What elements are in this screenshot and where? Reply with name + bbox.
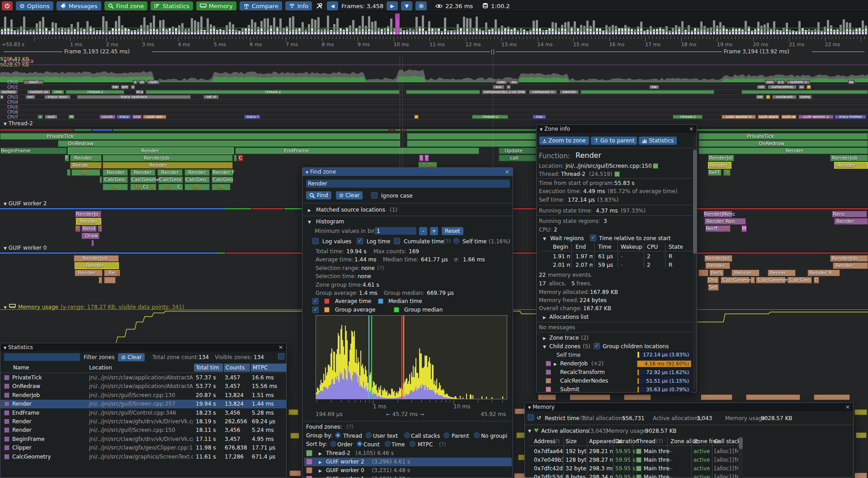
- timeline-zone[interactable]: [65, 155, 69, 161]
- stats-row-counts[interactable]: 3,456: [225, 427, 249, 433]
- next-frame-button[interactable]: ▶: [387, 1, 398, 10]
- memory-window[interactable]: ▼ Memory×↺Restrict time(?)Total allocati…: [524, 402, 854, 478]
- stats-row-mtpc[interactable]: 4.95 ms: [252, 436, 285, 442]
- legend-color-swatch[interactable]: [394, 307, 399, 312]
- timeline-zone[interactable]: [184, 169, 210, 176]
- cpu-zone-chip[interactable]: syst: [147, 80, 160, 84]
- stats-row-name[interactable]: BeginFrame: [12, 436, 87, 442]
- reset-button[interactable]: Reset: [442, 227, 463, 235]
- cpu-zone-chip[interactable]: Thre: [52, 90, 64, 94]
- timeline-zone[interactable]: [538, 394, 556, 400]
- timeline-zone[interactable]: [158, 176, 183, 183]
- cpu-zone-chip[interactable]: kworke: [560, 90, 579, 94]
- stats-row-name[interactable]: CalcGeometry: [12, 454, 87, 460]
- child-zone-name[interactable]: RenderJob: [560, 360, 588, 367]
- cpu-zone-chip[interactable]: kw: [649, 85, 659, 89]
- cpu-zone-chip[interactable]: M: [68, 115, 75, 119]
- stats-row-total[interactable]: 53.77 s: [196, 383, 222, 389]
- cpu-data-section-header[interactable]: ▼ CPU data: [4, 58, 33, 64]
- group-by-call-stacks[interactable]: [404, 432, 410, 438]
- frame-overview-strip[interactable]: [0, 13, 868, 35]
- thread-header-thread-2[interactable]: ▼ Thread-2: [4, 120, 33, 127]
- child-zone-swatch[interactable]: [546, 387, 551, 392]
- legend-color-swatch[interactable]: [324, 307, 330, 312]
- self-time-radio[interactable]: [453, 238, 459, 244]
- group-expander[interactable]: ▶: [319, 469, 322, 473]
- sort-by-count[interactable]: [357, 441, 363, 447]
- timeline-zone[interactable]: [708, 155, 734, 161]
- stats-row-location[interactable]: jni/../jni/src/claw/application/Abstract…: [89, 374, 193, 381]
- wait-col-header[interactable]: Begin: [553, 244, 568, 250]
- cpu-zone-chip[interactable]: ser: [25, 95, 35, 99]
- memory-button[interactable]: Memory: [196, 1, 236, 10]
- found-group-name[interactable]: Thread-2: [326, 450, 350, 456]
- alloc-col-header[interactable]: Address: [534, 438, 556, 445]
- group-by-parent[interactable]: [443, 432, 449, 438]
- location-value[interactable]: jni/../jni/src/guif/Screen.cpp:150: [566, 163, 652, 169]
- cpu-zone-chip[interactable]: auc: [493, 85, 505, 89]
- alloc-callstack-free[interactable]: [free]: [732, 448, 739, 454]
- thread-header-guif-worker-2[interactable]: ▼ GUIF worker 2: [4, 200, 47, 207]
- allocations-expander[interactable]: ▶: [543, 315, 546, 320]
- filter-input[interactable]: [4, 353, 80, 361]
- cumulate-time-checkbox[interactable]: [394, 238, 400, 244]
- timeline-zone[interactable]: [723, 169, 731, 176]
- alloc-callstack-alloc[interactable]: [alloc]: [714, 457, 732, 463]
- timeline-zone[interactable]: [425, 155, 429, 161]
- timeline-zone[interactable]: [58, 140, 401, 147]
- cpu-zone-chip[interactable]: GUIF wor: [143, 115, 166, 119]
- focus-frame-button[interactable]: ⊕: [415, 1, 427, 10]
- group-color-swatch[interactable]: [306, 459, 312, 465]
- timeline-zone[interactable]: [91, 240, 94, 246]
- timeline-zone[interactable]: [698, 147, 868, 154]
- stats-row-counts[interactable]: 3,456: [225, 410, 249, 416]
- cpu-zone-chip[interactable]: GUIF worker 2: [798, 115, 834, 119]
- sort-by-help[interactable]: (?): [439, 441, 446, 448]
- alloc-col-header[interactable]: Duration: [615, 438, 639, 445]
- stats-row-location[interactable]: jni/../jni/src/guif/Screen.cpp:257: [89, 401, 193, 407]
- timeline-zone[interactable]: [70, 155, 102, 161]
- alloc-col-help[interactable]: (?): [656, 438, 663, 445]
- cpu-zone-chip[interactable]: Thread-2: [472, 115, 508, 119]
- wait-col-header[interactable]: Time: [598, 244, 611, 250]
- cpu-zone-chip[interactable]: A: [807, 85, 811, 89]
- stats-row-counts[interactable]: 3,457: [225, 436, 249, 442]
- ignore-case-checkbox[interactable]: [371, 192, 377, 199]
- cpu-zone-chip[interactable]: Thread-2: [673, 115, 703, 119]
- cpu-zone-chip[interactable]: GGUIF: [99, 115, 116, 119]
- cpu-zone-chip[interactable]: surfacefling: [768, 85, 797, 89]
- stats-row-counts[interactable]: 13,824: [225, 392, 249, 398]
- zone-info-scroll-thumb[interactable]: [693, 150, 697, 254]
- zone-info-window-close-button[interactable]: ×: [688, 125, 695, 132]
- find-button[interactable]: Find: [306, 191, 331, 199]
- alloc-col-header[interactable]: Thread: [637, 438, 656, 445]
- bin-decrease-button[interactable]: -: [419, 227, 427, 235]
- group-expander[interactable]: ▶: [319, 460, 322, 464]
- alloc-callstack-free[interactable]: [free]: [732, 465, 739, 472]
- stats-row-location[interactable]: jni/../jni/src/guif/Control.cpp:346: [89, 410, 193, 416]
- alloc-col-header[interactable]: Size: [566, 438, 577, 445]
- timeline-zone[interactable]: [854, 409, 867, 415]
- restrict-time-checkbox[interactable]: [528, 414, 534, 421]
- stats-row-counts[interactable]: 3,457: [225, 374, 249, 381]
- cpu-zone-chip[interactable]: rot_d: [203, 95, 219, 99]
- find-zone-button[interactable]: Find zone: [104, 1, 148, 10]
- timeline-zone[interactable]: [499, 147, 536, 154]
- cpu-zone-chip[interactable]: A: [414, 115, 419, 119]
- timeline-zone[interactable]: [81, 225, 97, 232]
- timeline-zone[interactable]: [103, 169, 128, 176]
- cpu-zone-chip[interactable]: kw: [111, 85, 119, 89]
- timeline-zone[interactable]: [0, 147, 67, 154]
- timeline-zone[interactable]: [854, 473, 867, 478]
- timeline-zone[interactable]: [184, 184, 210, 190]
- group-children-checkbox[interactable]: ✓: [594, 343, 600, 349]
- timeline-zone[interactable]: [499, 155, 536, 161]
- cpu-zone-chip[interactable]: m a: [136, 90, 144, 94]
- cpu-zone-chip[interactable]: composer (i: [529, 90, 557, 94]
- find-zone-window[interactable]: ▼ Find zone×Render Find⊘ ClearIgnore cas…: [302, 167, 513, 478]
- alloc-callstack-alloc[interactable]: [alloc]: [714, 474, 732, 478]
- timeline-zone[interactable]: [212, 169, 233, 176]
- power-button[interactable]: [2, 1, 13, 10]
- cpu-zone-chip[interactable]: ssurf: [24, 80, 43, 84]
- prev-frame-button[interactable]: ◀: [327, 1, 338, 10]
